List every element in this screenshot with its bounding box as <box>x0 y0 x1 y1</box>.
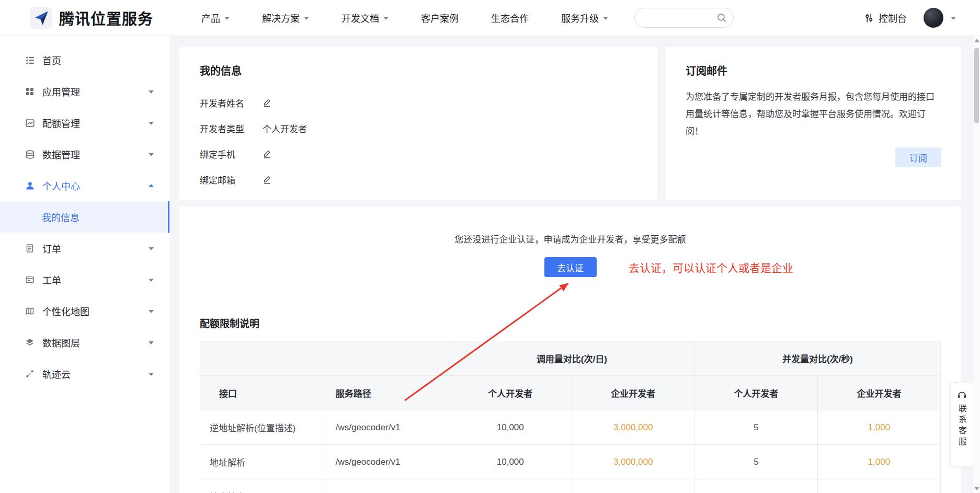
chevron-down-icon[interactable] <box>951 17 956 20</box>
sidebar-item-track-cloud[interactable]: 轨迹云 <box>0 358 169 389</box>
subscribe-description: 为您准备了专属定制的开发者服务月报，包含您每月使用的接口用量统计等信息，帮助您及… <box>686 88 941 140</box>
sidebar-item-quota-management[interactable]: 配额管理 <box>0 107 169 139</box>
sidebar-item-label: 应用管理 <box>42 85 80 98</box>
cell-enterprise-concurrency: 1,000 <box>817 445 940 479</box>
cell-personal-daily: 10,000 <box>449 410 572 445</box>
console-button[interactable]: 控制台 <box>864 11 907 25</box>
sidebar-item-label: 个人中心 <box>42 179 80 192</box>
sidebar-subitem-my-info[interactable]: 我的信息 <box>0 201 169 233</box>
contact-support-tab[interactable]: 联系客服 <box>950 382 973 467</box>
table-column-header-row: 接口 服务路径 个人开发者 企业开发者 个人开发者 企业开发者 <box>200 376 941 410</box>
nav-item-dev-docs[interactable]: 开发文档 <box>341 11 389 25</box>
field-bound-email: 绑定邮箱 <box>200 174 637 185</box>
cell-enterprise-concurrency: 1,000 <box>817 410 940 445</box>
sidebar-item-personal-center[interactable]: 个人中心 <box>0 170 169 201</box>
edit-pencil-icon[interactable] <box>263 175 271 184</box>
sidebar-item-custom-map[interactable]: 个性化地图 <box>0 295 169 327</box>
chevron-down-icon <box>149 373 154 376</box>
column-header-path: 服务路径 <box>326 376 449 410</box>
scroll-up-arrow[interactable] <box>974 39 979 42</box>
group-header-concurrency: 并发量对比(次/秒) <box>694 341 940 376</box>
brand-title: 腾讯位置服务 <box>59 7 153 29</box>
scroll-down-arrow[interactable] <box>974 487 979 490</box>
cell-api: 逆地址解析(位置描述) <box>200 410 326 445</box>
sidebar-item-data-management[interactable]: 数据管理 <box>0 139 169 170</box>
search-input[interactable] <box>643 13 716 22</box>
column-header-api: 接口 <box>200 376 326 410</box>
edit-pencil-icon[interactable] <box>263 150 271 158</box>
field-developer-type: 开发者类型 个人开发者 <box>200 123 637 133</box>
field-bound-phone: 绑定手机 <box>200 148 637 159</box>
sidebar-item-label: 工单 <box>42 273 61 286</box>
certification-button-row: 去认证 去认证，可以认证个人或者是企业 <box>200 257 941 277</box>
certification-quota-card: 您还没进行企业认证，申请成为企业开发者，享受更多配额 去认证 去认证，可以认证个… <box>179 207 961 493</box>
table-row: 逆地址解析(位置描述) /ws/geocoder/v1 10,000 3,000… <box>200 410 941 445</box>
subscribe-mail-card: 订阅邮件 为您准备了专属定制的开发者服务月报，包含您每月使用的接口用量统计等信息… <box>666 47 961 200</box>
cell-personal-concurrency: 5 <box>694 445 817 479</box>
top-cards-row: 我的信息 开发者姓名 开发者类型 个人开发者 <box>179 47 961 200</box>
cell-enterprise-daily: 3,000,000 <box>572 410 694 445</box>
sidebar-item-work-orders[interactable]: 工单 <box>0 264 169 295</box>
scrollbar[interactable] <box>973 36 980 493</box>
sidebar-item-data-layers[interactable]: 数据图层 <box>0 327 169 358</box>
nav-item-products[interactable]: 产品 <box>201 11 230 25</box>
field-label: 开发者类型 <box>200 122 263 135</box>
table-row: 地点搜索 /ws/place/v1/search 10,000 500,000 … <box>200 479 941 493</box>
annotation-text: 去认证，可以认证个人或者是企业 <box>629 259 793 275</box>
nav-item-solutions[interactable]: 解决方案 <box>262 11 309 25</box>
chevron-down-icon <box>149 122 154 125</box>
cell-personal-concurrency: 5 <box>694 410 817 445</box>
nav-item-customer-cases[interactable]: 客户案例 <box>421 11 459 25</box>
apps-grid-icon <box>25 86 36 97</box>
sidebar-item-label: 数据图层 <box>42 336 80 349</box>
field-developer-name: 开发者姓名 <box>200 97 637 108</box>
topbar-right: 控制台 <box>864 8 980 28</box>
chevron-down-icon <box>149 279 154 282</box>
cell-personal-daily: 10,000 <box>449 479 572 493</box>
nav-item-service-upgrade[interactable]: 服务升级 <box>561 11 608 25</box>
certification-notice: 您还没进行企业认证，申请成为企业开发者，享受更多配额 <box>200 234 941 246</box>
chevron-down-icon <box>149 310 154 313</box>
user-avatar[interactable] <box>924 8 943 28</box>
edit-pencil-icon[interactable] <box>263 98 271 107</box>
brand-logo[interactable]: 腾讯位置服务 <box>0 6 153 30</box>
cell-personal-concurrency: 5 <box>694 479 817 493</box>
contact-support-label: 联系客服 <box>955 404 968 448</box>
route-icon <box>25 369 36 380</box>
sidebar-item-label: 我的信息 <box>42 210 79 224</box>
sidebar-item-label: 配额管理 <box>42 116 80 130</box>
nav-item-ecosystem[interactable]: 生态合作 <box>491 11 529 25</box>
go-verify-button[interactable]: 去认证 <box>544 257 597 277</box>
cell-path: /ws/geocoder/v1 <box>326 445 449 479</box>
search-box[interactable] <box>634 8 734 28</box>
sidebar-item-orders[interactable]: 订单 <box>0 233 169 264</box>
console-label: 控制台 <box>879 11 907 25</box>
field-label: 绑定邮箱 <box>200 173 263 186</box>
empty-header-cell <box>326 341 449 376</box>
cell-enterprise-daily: 500,000 <box>572 479 694 493</box>
field-label: 开发者姓名 <box>200 96 263 109</box>
sidebar-item-home[interactable]: 首页 <box>0 44 169 76</box>
my-info-card: 我的信息 开发者姓名 开发者类型 个人开发者 <box>179 47 657 200</box>
search-icon[interactable] <box>716 13 727 23</box>
cell-path: /ws/geocoder/v1 <box>326 410 449 445</box>
chevron-down-icon <box>149 90 154 94</box>
cell-enterprise-concurrency: 200 <box>817 479 940 493</box>
group-header-daily-calls: 调用量对比(次/日) <box>449 341 694 376</box>
column-header-enterprise-daily: 企业开发者 <box>572 376 694 410</box>
nav-label: 客户案例 <box>421 11 459 25</box>
nav-label: 服务升级 <box>561 11 599 25</box>
sidebar-item-label: 个性化地图 <box>42 304 89 318</box>
sidebar-item-label: 订单 <box>42 242 61 255</box>
chevron-down-icon <box>149 153 154 156</box>
quota-table: 调用量对比(次/日) 并发量对比(次/秒) 接口 服务路径 个人开发者 企业开发… <box>200 341 941 493</box>
sidebar-item-app-management[interactable]: 应用管理 <box>0 76 169 107</box>
main-content: 我的信息 开发者姓名 开发者类型 个人开发者 <box>169 36 973 493</box>
sidebar-item-label: 首页 <box>42 53 61 67</box>
ticket-icon <box>25 274 36 285</box>
scrollbar-thumb[interactable] <box>974 48 979 123</box>
cell-enterprise-daily: 3,000,000 <box>572 445 694 479</box>
subscribe-button[interactable]: 订阅 <box>895 147 941 167</box>
primary-nav: 产品 解决方案 开发文档 客户案例 生态合作 服务升级 <box>201 11 608 25</box>
quota-chart-icon <box>25 118 36 129</box>
